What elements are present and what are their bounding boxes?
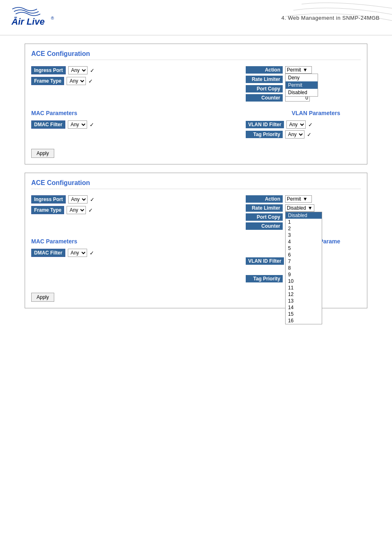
frame-type-chevron-2: ✓ xyxy=(88,207,93,213)
rate-option-13[interactable]: 13 xyxy=(286,298,322,304)
mac-params-left-2: DMAC Filter Any ✓ xyxy=(31,249,94,282)
vlan-id-select-1[interactable]: Any xyxy=(286,120,306,129)
ace-title-2: ACE Configuration xyxy=(31,179,361,189)
ingress-port-row: Ingress Port Any ✓ xyxy=(31,66,95,74)
frame-type-row-2: Frame Type Any ✓ xyxy=(31,206,95,214)
action-option-disabled[interactable]: Disabled xyxy=(286,89,318,96)
rate-option-16[interactable]: 16 xyxy=(286,317,322,324)
vlan-id-chevron: ✓ xyxy=(308,122,313,128)
dmac-filter-row-1: DMAC Filter Any ✓ xyxy=(31,120,94,129)
logo: Āir Live ® xyxy=(8,4,58,31)
frame-type-select[interactable]: Any xyxy=(67,77,86,85)
rate-option-5[interactable]: 5 xyxy=(286,245,322,252)
rate-option-8[interactable]: 8 xyxy=(286,265,322,271)
params-row-1: DMAC Filter Any ✓ VLAN ID Filter Any ✓ xyxy=(31,120,361,139)
ingress-port-select-2[interactable]: Any xyxy=(68,195,88,204)
ingress-port-chevron: ✓ xyxy=(90,67,95,74)
right-panel-2: Action Permit ▼ Rate Limiter Disabled ▼ xyxy=(246,195,361,230)
action-row-1: Action Permit ▼ Deny Permit Disabled xyxy=(246,66,361,74)
tag-priority-select-1[interactable]: Any xyxy=(285,130,304,139)
rate-option-6[interactable]: 6 xyxy=(286,252,322,258)
rate-option-2[interactable]: 2 xyxy=(286,225,322,232)
section-row-1: MAC Parameters VLAN Parameters xyxy=(31,108,361,116)
left-panel-1: Ingress Port Any ✓ Frame Type Any ✓ xyxy=(31,66,95,102)
tag-priority-label-1: Tag Priority xyxy=(246,131,283,138)
dmac-filter-label-1: DMAC Filter xyxy=(31,120,65,129)
top-row-1: Ingress Port Any ✓ Frame Type Any ✓ xyxy=(31,66,361,102)
dmac-filter-row-2: DMAC Filter Any ✓ xyxy=(31,249,94,257)
counter-label-1: Counter xyxy=(246,94,283,102)
rate-option-9[interactable]: 9 xyxy=(286,271,322,278)
frame-type-label-2: Frame Type xyxy=(31,206,64,214)
ingress-port-row-2: Ingress Port Any ✓ xyxy=(31,195,95,204)
vlan-params-right-1: VLAN ID Filter Any ✓ Tag Priority Any ✓ xyxy=(246,120,361,139)
right-panel-1: Action Permit ▼ Deny Permit Disabled xyxy=(246,66,361,102)
tag-priority-chevron: ✓ xyxy=(307,132,311,138)
rate-option-11[interactable]: 11 xyxy=(286,284,322,291)
rate-option-3[interactable]: 3 xyxy=(286,232,322,238)
vlan-id-label-2: VLAN ID Filter xyxy=(246,257,284,265)
frame-type-chevron: ✓ xyxy=(88,78,93,84)
rate-option-10[interactable]: 10 xyxy=(286,278,322,284)
ace-config-box-1: ACE Configuration Ingress Port Any ✓ Fra… xyxy=(25,44,367,164)
action-value-2: Permit xyxy=(287,196,301,202)
action-select-wrapper-2: Permit ▼ xyxy=(285,195,312,203)
left-panel-2: Ingress Port Any ✓ Frame Type Any ✓ xyxy=(31,195,95,230)
mac-params-title-2: MAC Parameters xyxy=(31,238,77,245)
rate-option-1[interactable]: 1 xyxy=(286,219,322,225)
dmac-chevron-2: ✓ xyxy=(90,250,94,256)
frame-type-select-2[interactable]: Any xyxy=(67,206,86,214)
rate-option-disabled[interactable]: Disabled xyxy=(286,212,322,219)
logo-svg: Āir Live ® xyxy=(8,4,58,31)
action-label-2: Action xyxy=(246,195,283,203)
dmac-filter-select-2[interactable]: Any xyxy=(68,249,87,257)
mac-params-title-1: MAC Parameters xyxy=(31,110,77,116)
rate-limiter-label-2: Rate Limiter xyxy=(246,204,283,212)
ingress-port-select[interactable]: Any xyxy=(68,66,88,74)
apply-button-2[interactable]: Apply xyxy=(31,293,54,302)
vlan-id-row-1: VLAN ID Filter Any ✓ xyxy=(246,120,361,129)
rate-limiter-label-1: Rate Limiter xyxy=(246,76,283,83)
rate-limiter-row-2: Rate Limiter Disabled ▼ Disabled 1 2 3 xyxy=(246,204,361,212)
rate-option-7[interactable]: 7 xyxy=(286,258,322,265)
rate-limiter-value-2: Disabled xyxy=(287,205,306,211)
action-arrow[interactable]: ▼ xyxy=(303,67,308,73)
tag-priority-row-1: Tag Priority Any ✓ xyxy=(246,130,361,139)
ingress-port-chevron-2: ✓ xyxy=(90,197,95,203)
page-title: 4. Web Management in SNMP-24MGB xyxy=(281,14,380,21)
action-row-2: Action Permit ▼ xyxy=(246,195,361,203)
page-header: Āir Live ® 4. Web Management in SNMP-24M… xyxy=(0,0,392,35)
ingress-port-label-2: Ingress Port xyxy=(31,195,66,204)
tag-priority-label-2: Tag Priority xyxy=(246,275,283,282)
rate-limiter-display: Disabled ▼ xyxy=(285,204,314,212)
action-option-deny[interactable]: Deny xyxy=(286,74,318,81)
dmac-chevron: ✓ xyxy=(90,122,94,128)
vlan-params-title-1: VLAN Parameters xyxy=(292,110,340,116)
action-label-1: Action xyxy=(246,66,283,74)
vlan-id-label-1: VLAN ID Filter xyxy=(246,121,284,128)
rate-limiter-dropdown: Disabled 1 2 3 4 5 6 7 8 9 10 11 xyxy=(285,212,322,324)
rate-option-15[interactable]: 15 xyxy=(286,311,322,317)
frame-type-label: Frame Type xyxy=(31,77,64,85)
dmac-filter-select-1[interactable]: Any xyxy=(68,120,87,129)
apply-button-1[interactable]: Apply xyxy=(31,149,54,158)
ace-title-1: ACE Configuration xyxy=(31,50,361,60)
frame-type-row: Frame Type Any ✓ xyxy=(31,77,95,85)
rate-limiter-dropdown-wrapper: Disabled ▼ Disabled 1 2 3 4 5 6 7 xyxy=(285,204,314,212)
dmac-filter-label-2: DMAC Filter xyxy=(31,249,65,257)
svg-text:®: ® xyxy=(51,16,54,21)
ace-config-box-2: ACE Configuration Ingress Port Any ✓ Fra… xyxy=(25,173,367,308)
counter-label-2: Counter xyxy=(246,222,283,230)
action-arrow-2[interactable]: ▼ xyxy=(303,196,308,202)
action-option-permit[interactable]: Permit xyxy=(286,81,318,89)
top-row-2: Ingress Port Any ✓ Frame Type Any ✓ xyxy=(31,195,361,230)
svg-text:Āir Live: Āir Live xyxy=(11,16,45,27)
port-copy-label-2: Port Copy xyxy=(246,213,283,221)
port-copy-label-1: Port Copy xyxy=(246,85,283,92)
action-value: Permit xyxy=(287,67,301,73)
rate-option-4[interactable]: 4 xyxy=(286,238,322,245)
rate-option-12[interactable]: 12 xyxy=(286,291,322,298)
rate-option-14[interactable]: 14 xyxy=(286,304,322,311)
rate-limiter-arrow-2[interactable]: ▼ xyxy=(308,205,313,211)
action-dropdown-list: Deny Permit Disabled xyxy=(285,74,318,97)
